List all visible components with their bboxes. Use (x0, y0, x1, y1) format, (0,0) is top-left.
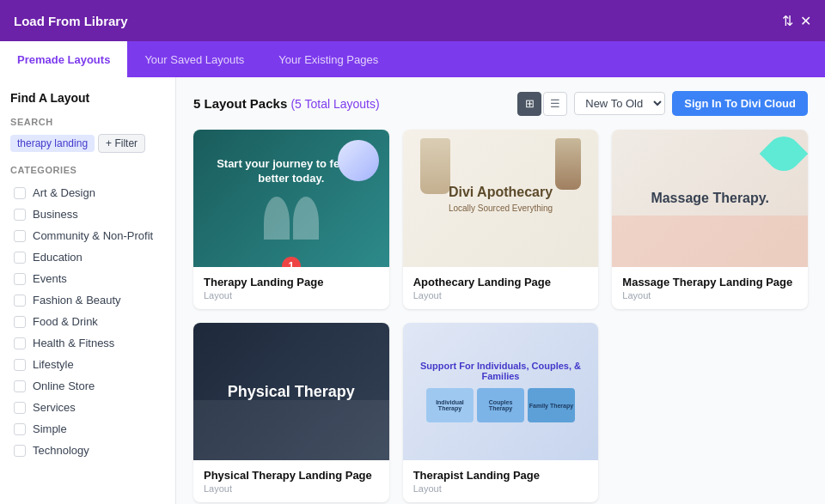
checkbox-fashion[interactable] (14, 295, 26, 307)
thumb-apothecary-title: Divi Apothecary (449, 185, 553, 200)
person-2 (293, 197, 319, 240)
thumb-apothecary-sub: Locally Sourced Everything (449, 203, 553, 213)
sidebar-item-fashion[interactable]: Fashion & Beauty (10, 289, 165, 311)
sort-icon[interactable]: ⇅ (782, 13, 793, 29)
checkbox-online[interactable] (14, 380, 26, 392)
checkbox-business[interactable] (14, 209, 26, 221)
thumb-individual: Individual Therapy (426, 388, 474, 422)
sidebar-item-education[interactable]: Education (10, 246, 165, 268)
sidebar: Find A Layout Search therapy landing + F… (0, 77, 176, 504)
card-title-massage: Massage Therapy Landing Page (622, 276, 798, 288)
card-therapist[interactable]: Support For Individuals, Couples, & Fami… (403, 323, 599, 502)
bottle-2-shape (420, 138, 450, 194)
sidebar-item-art[interactable]: Art & Design (10, 182, 165, 203)
tab-existing[interactable]: Your Existing Pages (261, 41, 395, 77)
card-physical[interactable]: Physical Therapy Physical Therapy Landin… (193, 323, 389, 502)
checkbox-education[interactable] (14, 252, 26, 264)
checkbox-technology[interactable] (14, 445, 26, 457)
card-image-apothecary: Divi Apothecary Locally Sourced Everythi… (403, 130, 599, 267)
card-massage[interactable]: Massage Therapy. Massage Therapy Landing… (612, 130, 808, 309)
view-toggle: ⊞ ☰ (517, 92, 567, 116)
checkbox-community[interactable] (14, 230, 26, 242)
tab-saved[interactable]: Your Saved Layouts (127, 41, 261, 77)
sidebar-item-business[interactable]: Business (10, 203, 165, 225)
checkbox-food[interactable] (14, 316, 26, 328)
card-info-therapy: Therapy Landing Page Layout (193, 267, 389, 309)
sidebar-item-food[interactable]: Food & Drink (10, 311, 165, 332)
card-type-apothecary: Layout (413, 290, 589, 301)
tab-premade[interactable]: Premade Layouts (0, 41, 127, 77)
thumb-circle-img (338, 140, 379, 181)
list-view-button[interactable]: ☰ (543, 92, 567, 116)
checkbox-health[interactable] (14, 337, 26, 349)
bottle-shape (555, 138, 581, 190)
card-title-physical: Physical Therapy Landing Page (204, 469, 379, 482)
title-bar-icons: ⇅ ✕ (782, 13, 811, 29)
card-apothecary[interactable]: Divi Apothecary Locally Sourced Everythi… (403, 130, 599, 309)
sidebar-item-services[interactable]: Services (10, 397, 165, 418)
sort-select[interactable]: New To OldOld To NewA to ZZ to A (574, 92, 665, 115)
card-info-massage: Massage Therapy Landing Page Layout (612, 267, 808, 309)
card-title-apothecary: Apothecary Landing Page (413, 276, 589, 288)
sidebar-item-simple[interactable]: Simple (10, 418, 165, 440)
title-bar: Load From Library ⇅ ✕ (0, 0, 825, 41)
card-type-physical: Layout (204, 483, 379, 494)
sign-in-cloud-button[interactable]: Sign In To Divi Cloud (672, 91, 808, 116)
checkbox-art[interactable] (14, 187, 26, 199)
thumb-therapist-text: Support For Individuals, Couples, & Fami… (410, 361, 592, 381)
thumb-family: Family Therapy (528, 388, 575, 422)
sidebar-item-technology[interactable]: Technology (10, 440, 165, 461)
search-bar: therapy landing + Filter (10, 134, 165, 153)
card-info-therapist: Therapist Landing Page Layout (403, 460, 599, 502)
content-area: 5 Layout Packs (5 Total Layouts) ⊞ ☰ New… (176, 77, 825, 504)
physical-bottom (193, 400, 389, 460)
teal-leaf (760, 130, 808, 178)
checkbox-lifestyle[interactable] (14, 359, 26, 371)
layout-grid: Start your journey to feeling better tod… (193, 130, 808, 502)
tab-bar: Premade Layouts Your Saved Layouts Your … (0, 41, 825, 77)
person-1 (264, 197, 290, 240)
header-actions: ⊞ ☰ New To OldOld To NewA to ZZ to A Sig… (517, 91, 808, 116)
grid-view-button[interactable]: ⊞ (517, 92, 541, 116)
card-info-apothecary: Apothecary Landing Page Layout (403, 267, 599, 309)
layout-count: 5 Layout Packs (5 Total Layouts) (193, 96, 380, 111)
card-image-massage: Massage Therapy. (612, 130, 808, 267)
card-type-massage: Layout (622, 290, 798, 301)
dialog-title: Load From Library (14, 14, 128, 28)
checkbox-simple[interactable] (14, 423, 26, 435)
sidebar-item-community[interactable]: Community & Non-Profit (10, 225, 165, 246)
find-layout-title: Find A Layout (10, 91, 165, 105)
category-list: Art & Design Business Community & Non-Pr… (10, 182, 165, 461)
search-label: Search (10, 117, 165, 127)
search-tag[interactable]: therapy landing (10, 135, 95, 152)
card-title-therapy: Therapy Landing Page (204, 276, 379, 288)
sidebar-item-lifestyle[interactable]: Lifestyle (10, 354, 165, 375)
content-header: 5 Layout Packs (5 Total Layouts) ⊞ ☰ New… (193, 91, 808, 116)
categories-label: Categories (10, 165, 165, 175)
thumb-couples: Couples Therapy (477, 388, 524, 422)
checkbox-services[interactable] (14, 402, 26, 414)
filter-button[interactable]: + Filter (98, 134, 145, 153)
main-layout: Find A Layout Search therapy landing + F… (0, 77, 825, 504)
sidebar-item-online[interactable]: Online Store (10, 375, 165, 397)
close-icon[interactable]: ✕ (800, 13, 811, 29)
checkbox-events[interactable] (14, 273, 26, 285)
thumb-physical-text: Physical Therapy (228, 383, 355, 401)
card-title-therapist: Therapist Landing Page (413, 469, 589, 482)
thumb-massage-text: Massage Therapy. (651, 190, 769, 206)
card-type-therapy: Layout (204, 290, 379, 301)
card-image-physical: Physical Therapy (193, 323, 389, 460)
thumb-persons (264, 197, 319, 240)
card-image-therapist: Support For Individuals, Couples, & Fami… (403, 323, 599, 460)
massage-bottom (612, 216, 808, 267)
title-bar-left: Load From Library (14, 14, 128, 28)
sidebar-item-events[interactable]: Events (10, 268, 165, 289)
card-info-physical: Physical Therapy Landing Page Layout (193, 460, 389, 502)
sidebar-item-health[interactable]: Health & Fitness (10, 332, 165, 354)
card-therapy[interactable]: Start your journey to feeling better tod… (193, 130, 389, 309)
card-image-therapy: Start your journey to feeling better tod… (193, 130, 389, 267)
card-type-therapist: Layout (413, 483, 589, 494)
